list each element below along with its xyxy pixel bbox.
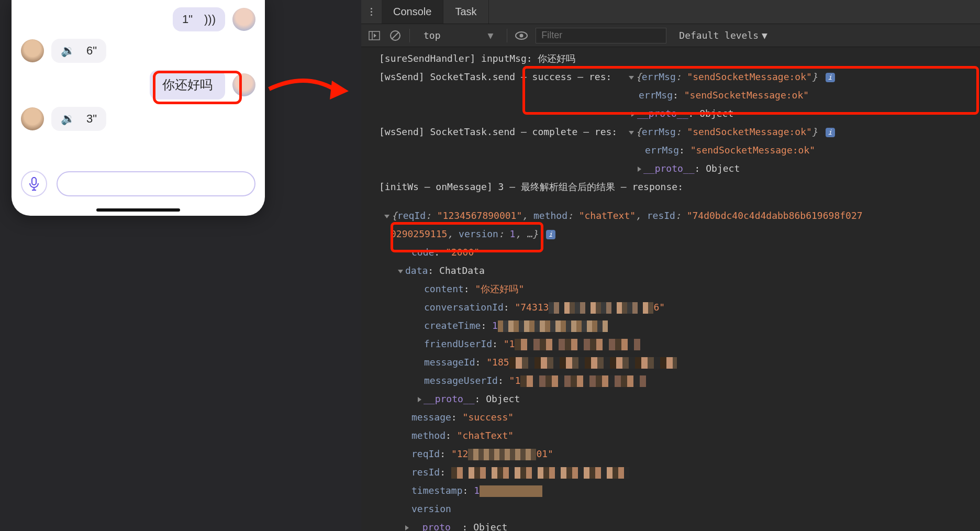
log-prop: message: "success" (361, 408, 980, 426)
chevron-down-icon: ▼ (762, 30, 767, 41)
redacted-block (480, 485, 542, 497)
svg-line-4 (392, 32, 398, 39)
tab-console[interactable]: Console (382, 0, 443, 24)
redacted-block (451, 467, 629, 479)
console-output: [sureSendHandler] inputMsg: 你还好吗 [wsSend… (361, 47, 980, 531)
annotation-arrow (262, 68, 356, 110)
message-row: 🔉 3" (21, 107, 255, 131)
log-prop: friendUserId: "1 (361, 335, 980, 353)
mic-button[interactable] (21, 171, 47, 197)
expander-icon[interactable] (629, 131, 634, 135)
log-prop: createTime: 1 (361, 316, 980, 335)
redacted-block (509, 357, 677, 369)
svg-point-6 (520, 34, 524, 37)
log-line: __proto__: Object (361, 159, 980, 178)
duration-label: 1" (182, 13, 193, 26)
redacted-block (515, 339, 640, 350)
speaker-icon: ))) (204, 13, 216, 26)
expander-icon[interactable] (418, 397, 421, 402)
log-line: errMsg: "sendSocketMessage:ok" (361, 141, 980, 159)
log-prop: content: "你还好吗" (361, 280, 980, 298)
redacted-block (549, 302, 653, 314)
console-filter-bar: top▼ Default levels▼ (361, 24, 980, 47)
log-prop: reqId: "1201" (361, 445, 980, 463)
duration-label: 3" (86, 112, 97, 126)
duration-label: 6" (86, 44, 97, 58)
redacted-block (520, 375, 646, 387)
home-indicator (96, 208, 180, 212)
log-line: [wsSend] SocketTask.send — complete — re… (361, 123, 980, 141)
log-prop: method: "chatText" (361, 426, 980, 445)
redacted-block (468, 449, 536, 460)
message-row: 🔉 6" (21, 39, 255, 63)
avatar (21, 107, 44, 130)
chat-input-bar (21, 171, 255, 197)
expander-icon[interactable] (398, 270, 403, 273)
clear-console-icon[interactable] (388, 29, 402, 42)
log-line: [initWs — onMessage] 3 — 最终解析组合后的结果 — re… (361, 178, 980, 196)
expander-icon[interactable] (405, 525, 409, 530)
log-prop: messageId: "185 (361, 353, 980, 371)
annotation-highlight (391, 222, 543, 252)
log-levels-selector[interactable]: Default levels▼ (679, 30, 767, 41)
log-prop: messageUserId: "1 (361, 371, 980, 390)
log-prop: data: ChatData (361, 261, 980, 280)
voice-message[interactable]: 🔉 6" (51, 39, 106, 63)
text-input[interactable] (57, 171, 255, 196)
tab-task[interactable]: Task (443, 0, 488, 24)
chevron-down-icon: ▼ (488, 30, 494, 41)
context-selector[interactable]: top▼ (417, 30, 499, 41)
avatar (21, 39, 44, 62)
expander-icon[interactable] (384, 215, 389, 218)
eye-icon[interactable] (515, 29, 528, 42)
log-prop: conversationId: "743136" (361, 298, 980, 316)
filter-input[interactable] (536, 28, 666, 43)
sidebar-toggle-icon[interactable] (368, 29, 381, 42)
log-prop: resId: (361, 463, 980, 481)
info-badge-icon[interactable]: i (546, 230, 555, 239)
redacted-block (498, 320, 608, 332)
phone-mock: 1" ))) 🔉 6" 你还好吗 🔉 3" (12, 0, 265, 216)
info-badge-icon[interactable]: i (826, 128, 835, 137)
speaker-icon: 🔉 (61, 112, 75, 126)
annotation-highlight (153, 71, 242, 104)
devtools-tabbar: Console Task (361, 0, 980, 24)
avatar (232, 8, 255, 31)
log-prop: version (361, 500, 980, 518)
expander-icon[interactable] (638, 167, 641, 172)
annotation-highlight (522, 66, 979, 115)
log-line: [sureSendHandler] inputMsg: 你还好吗 (361, 49, 980, 68)
voice-message[interactable]: 🔉 3" (51, 107, 106, 131)
log-prop: __proto__: Object (361, 518, 980, 531)
devtools-panel: Console Task top▼ Default levels▼ [sureS… (361, 0, 980, 531)
speaker-icon: 🔉 (61, 44, 75, 58)
log-prop: timestamp: 1 (361, 481, 980, 500)
more-menu-icon[interactable] (361, 8, 382, 16)
message-row: 1" ))) (21, 7, 255, 31)
voice-message[interactable]: 1" ))) (173, 7, 225, 31)
svg-rect-0 (32, 178, 36, 185)
log-prop: __proto__: Object (361, 390, 980, 408)
